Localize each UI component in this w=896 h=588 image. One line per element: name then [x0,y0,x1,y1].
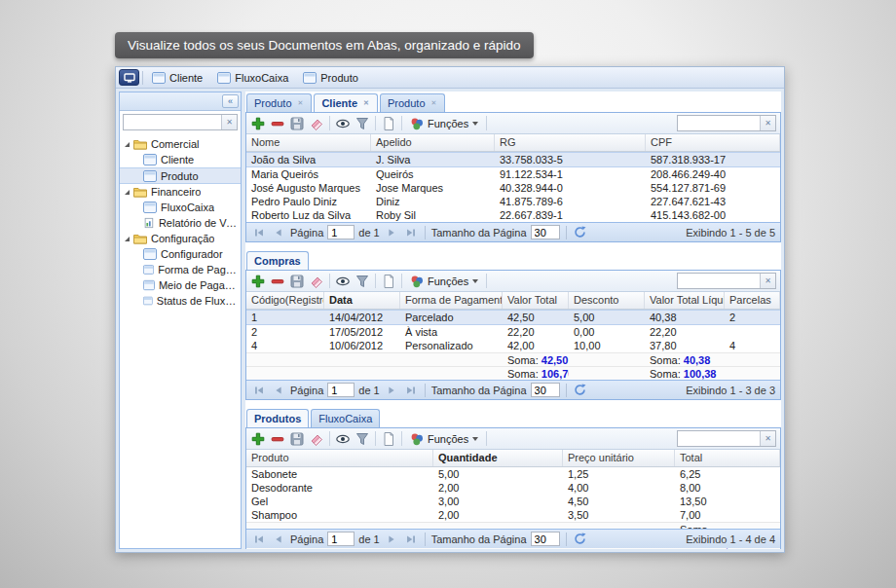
filter-button[interactable] [355,116,370,131]
column-header-valor-liquido[interactable]: Valor Total Líquido [645,292,725,309]
save-button[interactable] [289,116,305,131]
column-header-produto[interactable]: Produto [246,450,433,466]
last-page-button[interactable] [403,225,419,240]
panel2-search-clear-icon[interactable]: ✕ [760,274,775,288]
filter-button[interactable] [355,431,370,447]
funcoes-dropdown-button[interactable]: Funções [407,275,481,288]
app-menu-button[interactable] [119,69,139,86]
tree-node-meio-de-pagamento[interactable]: Meio de Pagamento [120,277,241,293]
next-page-button[interactable] [384,225,399,240]
page-size-input[interactable] [531,532,560,546]
table-row[interactable]: Shampoo 2,00 3,50 7,00 [246,508,780,522]
taskbar-button-cliente[interactable]: Cliente [146,71,208,85]
tab-fluxocaixa[interactable]: FluxoCaixa [311,409,380,427]
tree-node-configurador[interactable]: Configurador [120,246,241,262]
view-button[interactable] [335,116,351,131]
table-row[interactable]: Desodorante 2,00 4,00 8,00 [246,481,780,495]
first-page-button[interactable] [251,532,267,547]
column-header-forma-pagamento[interactable]: Forma de Pagamento [400,292,503,309]
tab-compras[interactable]: Compras [246,251,309,270]
tree-node-configuracao[interactable]: Configuração [120,231,241,246]
column-header-total[interactable]: Total [675,450,780,466]
add-button[interactable] [250,116,266,131]
remove-button[interactable] [270,116,285,131]
last-page-button[interactable] [403,383,419,398]
column-header-cpf[interactable]: CPF [646,134,780,151]
next-page-button[interactable] [384,532,399,547]
tree-node-financeiro[interactable]: Financeiro [120,184,241,200]
report-button[interactable] [381,116,396,131]
next-page-button[interactable] [384,383,399,398]
first-page-button[interactable] [251,383,267,398]
funcoes-dropdown-button[interactable]: Funções [407,432,481,446]
first-page-button[interactable] [251,225,267,240]
taskbar-button-produto[interactable]: Produto [297,71,364,85]
page-number-input[interactable] [327,225,355,239]
tree-node-forma-de-pagamento[interactable]: Forma de Pagamento [120,262,241,277]
tab-produto-1[interactable]: Produto ✕ [246,93,312,112]
refresh-button[interactable] [573,383,588,398]
column-header-preco-unitario[interactable]: Preço unitário [563,450,675,466]
clear-button[interactable] [309,116,324,131]
expand-arrow-icon[interactable] [125,190,130,195]
tree-node-status-de-fluxo-de-caixa[interactable]: Status de Fluxo de Caixa [120,293,241,309]
panel3-search-clear-icon[interactable]: ✕ [760,431,775,446]
page-size-input[interactable] [531,383,560,397]
tab-close-icon[interactable]: ✕ [297,97,305,109]
report-button[interactable] [381,431,396,447]
panel1-search-input[interactable] [678,116,760,130]
save-button[interactable] [289,431,305,447]
remove-button[interactable] [270,431,285,447]
expand-arrow-icon[interactable] [125,237,130,241]
refresh-button[interactable] [573,532,588,547]
sidebar-collapse-button[interactable]: « [222,94,239,108]
table-row[interactable]: Gel 3,00 4,50 13,50 [246,495,780,508]
last-page-button[interactable] [403,532,419,547]
column-header-desconto[interactable]: Desconto [569,292,645,309]
column-header-apelido[interactable]: Apelido [371,134,495,151]
view-button[interactable] [335,274,351,289]
tree-node-relatorio-de-vendas[interactable]: Relatório de Vendas [120,215,241,231]
tab-close-icon[interactable]: ✕ [430,97,438,109]
column-header-rg[interactable]: RG [495,134,646,151]
report-button[interactable] [381,274,396,289]
column-header-data[interactable]: Data [324,292,400,309]
view-button[interactable] [335,431,351,447]
column-header-parcelas[interactable]: Parcelas [725,292,780,309]
page-size-input[interactable] [531,225,560,239]
table-row[interactable]: Sabonete 5,00 1,25 6,25 [246,467,780,481]
tab-produtos[interactable]: Produtos [246,409,309,427]
prev-page-button[interactable] [271,225,286,240]
prev-page-button[interactable] [271,532,286,547]
tree-node-cliente[interactable]: Cliente [120,152,241,167]
tree-node-fluxocaixa[interactable]: FluxoCaixa [120,200,241,215]
column-header-codigo[interactable]: Código(Registro) [246,292,324,309]
sidebar-search-clear-icon[interactable]: ✕ [221,115,237,129]
prev-page-button[interactable] [271,383,286,398]
tab-produto-2[interactable]: Produto ✕ [380,93,445,112]
table-row[interactable]: João da Silva J. Silva 33.758.033-5 587.… [246,152,780,167]
tab-cliente[interactable]: Cliente ✕ [314,93,378,112]
sidebar-search-input[interactable] [124,115,221,129]
table-row[interactable]: 1 14/04/2012 Parcelado 42,50 5,00 40,38 … [246,310,780,325]
clear-button[interactable] [309,431,324,447]
tree-node-produto[interactable]: Produto [120,167,241,184]
table-row[interactable]: Roberto Luz da Silva Roby Sil 22.667.839… [246,208,780,222]
tab-close-icon[interactable]: ✕ [362,97,370,109]
table-row[interactable]: Pedro Paulo Diniz Diniz 41.875.789-6 227… [246,195,780,208]
add-button[interactable] [250,431,266,447]
refresh-button[interactable] [573,225,588,240]
remove-button[interactable] [270,274,285,289]
clear-button[interactable] [309,274,324,289]
page-number-input[interactable] [327,383,355,397]
page-number-input[interactable] [327,532,355,546]
expand-arrow-icon[interactable] [125,142,130,147]
panel2-search-input[interactable] [678,274,760,288]
panel3-search-input[interactable] [678,431,760,446]
table-row[interactable]: 2 17/05/2012 À vista 22,20 0,00 22,20 [246,325,780,339]
filter-button[interactable] [355,274,370,289]
funcoes-dropdown-button[interactable]: Funções [407,117,481,130]
tree-node-comercial[interactable]: Comercial [120,136,241,152]
table-row[interactable]: Maria Queirós Queirós 91.122.534-1 208.4… [246,167,780,181]
table-row[interactable]: 4 10/06/2012 Personalizado 42,00 10,00 3… [246,339,780,352]
